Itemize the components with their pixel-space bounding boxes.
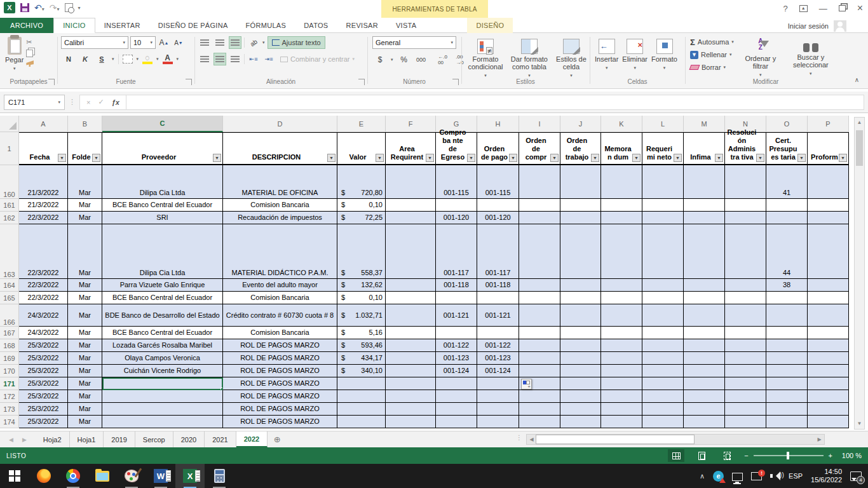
align-right-icon[interactable]: [229, 53, 241, 65]
cell-I163[interactable]: [519, 224, 560, 279]
row-header-162[interactable]: 162: [0, 212, 19, 224]
cell-N165[interactable]: [725, 292, 766, 304]
shrink-font-icon[interactable]: A▼: [172, 36, 185, 49]
cell-P173[interactable]: [808, 403, 849, 416]
cell-H163[interactable]: 001-117: [477, 224, 519, 279]
cell-E168[interactable]: $593,46: [337, 339, 386, 352]
zoom-slider-thumb[interactable]: [787, 452, 789, 459]
cell-K167[interactable]: [601, 327, 642, 339]
cell-O174[interactable]: [766, 416, 808, 428]
cell-O171[interactable]: [766, 377, 808, 390]
cell-P171[interactable]: [808, 377, 849, 390]
ribbon-tab-inicio[interactable]: INICIO: [53, 18, 95, 33]
cell-F166[interactable]: [386, 304, 436, 327]
column-header-A[interactable]: A: [19, 116, 68, 132]
cell-O168[interactable]: [766, 339, 808, 352]
fuente-dialog-launcher[interactable]: [186, 79, 192, 85]
filter-dropdown-icon-D[interactable]: ▼: [327, 154, 336, 162]
cell-I167[interactable]: [519, 327, 560, 339]
font-color-icon[interactable]: A: [163, 54, 173, 64]
fill-button[interactable]: ▼Rellenar▾: [690, 48, 734, 61]
cell-K172[interactable]: [601, 390, 642, 403]
cell-E166[interactable]: $1.032,71: [337, 304, 386, 327]
notifications-icon[interactable]: 4: [850, 471, 862, 481]
cell-H169[interactable]: 001-123: [477, 352, 519, 365]
cell-L170[interactable]: [642, 365, 684, 377]
filter-dropdown-icon-M[interactable]: ▼: [715, 154, 723, 162]
cell-P167[interactable]: [808, 327, 849, 339]
help-icon[interactable]: ?: [783, 4, 787, 13]
cell-A168[interactable]: 25/3/2022: [19, 339, 68, 352]
column-header-I[interactable]: I: [519, 116, 560, 132]
grow-font-icon[interactable]: A▲: [158, 36, 170, 49]
cell-D174[interactable]: ROL DE PAGOS MARZO: [223, 416, 337, 428]
column-header-K[interactable]: K: [601, 116, 642, 132]
cell-C173[interactable]: [102, 403, 223, 416]
column-header-O[interactable]: O: [766, 116, 808, 132]
cell-B162[interactable]: Mar: [68, 212, 102, 224]
antivirus-icon[interactable]: e: [713, 471, 724, 482]
cell-F170[interactable]: [386, 365, 436, 377]
cell-H165[interactable]: [477, 292, 519, 304]
cell-D169[interactable]: ROL DE PAGOS MARZO: [223, 352, 337, 365]
cell-G174[interactable]: [436, 416, 477, 428]
row-header-173[interactable]: 173: [0, 403, 19, 416]
tray-expand-icon[interactable]: ∧: [700, 472, 705, 480]
row-header-163[interactable]: 163: [0, 224, 19, 279]
taskbar-clock[interactable]: 14:50 15/6/2022: [811, 468, 842, 484]
cell-E164[interactable]: $132,62: [337, 279, 386, 292]
cell-K171[interactable]: [601, 377, 642, 390]
cell-D161[interactable]: Comision Bancaria: [223, 199, 337, 212]
cell-P172[interactable]: [808, 390, 849, 403]
cell-F161[interactable]: [386, 199, 436, 212]
table-header-cell-C[interactable]: Proveedor▼: [102, 132, 223, 165]
cell-L171[interactable]: [642, 377, 684, 390]
italic-button[interactable]: K: [79, 53, 92, 65]
cell-J165[interactable]: [560, 292, 601, 304]
cell-J168[interactable]: [560, 339, 601, 352]
cell-I162[interactable]: [519, 212, 560, 224]
cell-K173[interactable]: [601, 403, 642, 416]
cell-I165[interactable]: [519, 292, 560, 304]
cell-D160[interactable]: MATERIAL DE OFICINA: [223, 165, 337, 199]
ribbon-tab-archivo[interactable]: ARCHIVO: [0, 18, 53, 33]
sort-filter-button[interactable]: AZ Ordenar y filtrar▾: [740, 36, 781, 79]
cell-A171[interactable]: 25/3/2022: [19, 377, 68, 390]
sheet-tab-2019[interactable]: 2019: [104, 431, 135, 447]
cell-F167[interactable]: [386, 327, 436, 339]
filter-dropdown-icon-H[interactable]: ▼: [509, 154, 517, 162]
row-header-165[interactable]: 165: [0, 292, 19, 304]
cell-N172[interactable]: [725, 390, 766, 403]
currency-format-icon[interactable]: $: [374, 53, 386, 66]
cell-K165[interactable]: [601, 292, 642, 304]
cell-J162[interactable]: [560, 212, 601, 224]
column-header-E[interactable]: E: [337, 116, 386, 132]
cell-L164[interactable]: [642, 279, 684, 292]
cell-M165[interactable]: [684, 292, 725, 304]
cell-M163[interactable]: [684, 224, 725, 279]
cell-M170[interactable]: [684, 365, 725, 377]
cell-G161[interactable]: [436, 199, 477, 212]
cell-M169[interactable]: [684, 352, 725, 365]
cell-F168[interactable]: [386, 339, 436, 352]
taskbar-calculator[interactable]: [205, 464, 234, 488]
row-header-1[interactable]: 1: [0, 132, 19, 165]
cell-E162[interactable]: $72,25: [337, 212, 386, 224]
cell-A165[interactable]: 22/3/2022: [19, 292, 68, 304]
cell-P160[interactable]: [808, 165, 849, 199]
cell-J173[interactable]: [560, 403, 601, 416]
cell-F162[interactable]: [386, 212, 436, 224]
cell-C171[interactable]: [102, 377, 223, 390]
percent-format-icon[interactable]: %: [398, 53, 410, 66]
cell-A162[interactable]: 22/3/2022: [19, 212, 68, 224]
cell-G164[interactable]: 001-118: [436, 279, 477, 292]
wrap-text-button[interactable]: Ajustar texto: [268, 36, 325, 49]
formula-input[interactable]: [126, 95, 864, 110]
cell-K163[interactable]: [601, 224, 642, 279]
cell-O161[interactable]: [766, 199, 808, 212]
ribbon-tab-fórmulas[interactable]: FÓRMULAS: [237, 18, 295, 33]
cell-M167[interactable]: [684, 327, 725, 339]
cell-J163[interactable]: [560, 224, 601, 279]
cell-G170[interactable]: 001-124: [436, 365, 477, 377]
cell-I169[interactable]: [519, 352, 560, 365]
